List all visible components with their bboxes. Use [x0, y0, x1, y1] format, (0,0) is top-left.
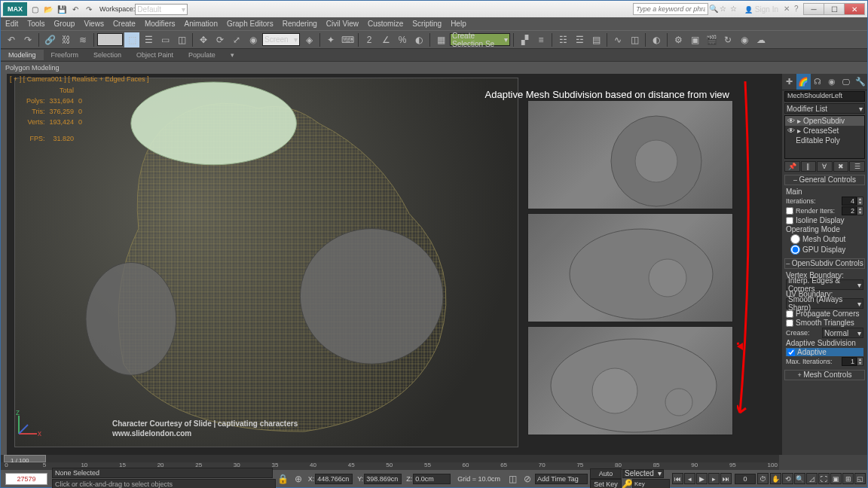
select-object-icon[interactable]: ⬚ — [124, 32, 139, 47]
star-icon[interactable]: ☆ — [730, 5, 739, 14]
y-coord[interactable]: 398.869cn — [364, 474, 402, 484]
tab-hierarchy-icon[interactable]: ☊ — [811, 74, 825, 90]
goto-start-icon[interactable]: ⏮ — [672, 473, 683, 484]
smooth-triangles-check[interactable] — [786, 319, 793, 327]
snap-angle-icon[interactable]: ∠ — [378, 32, 393, 47]
select-manipulate-icon[interactable]: ✦ — [323, 32, 338, 47]
autokey-button[interactable]: Auto Key — [590, 468, 622, 479]
schematic-view-icon[interactable]: ◫ — [627, 32, 642, 47]
gpu-display-radio[interactable] — [790, 245, 800, 255]
menu-customize[interactable]: Customize — [368, 20, 403, 28]
window-minimize[interactable]: ─ — [803, 3, 824, 15]
rotate-icon[interactable]: ⟳ — [212, 32, 228, 47]
axis-gizmo[interactable]: zx — [13, 410, 43, 440]
help-icon[interactable]: ? — [794, 5, 803, 14]
isolate-icon[interactable]: ◫ — [505, 471, 520, 486]
tab-utilities-icon[interactable]: 🔧 — [853, 74, 867, 90]
tab-display-icon[interactable]: 🖵 — [839, 74, 853, 90]
pivot-center-icon[interactable]: ◈ — [301, 32, 316, 47]
max-iterations-spinner[interactable]: 1▴▾ — [842, 357, 863, 366]
exchange-icon[interactable]: ✕ — [784, 5, 793, 14]
redo-icon[interactable]: ↷ — [20, 32, 35, 47]
infocenter-search[interactable] — [633, 3, 708, 15]
z-coord[interactable]: 0.0cm — [413, 474, 451, 484]
scene-explorer-collapsed[interactable] — [1, 74, 7, 455]
menu-views[interactable]: Views — [84, 20, 104, 28]
fov-icon[interactable]: ◿ — [806, 473, 818, 484]
time-tag-icon[interactable]: ⊘ — [520, 471, 535, 486]
zoom-icon[interactable]: 🔍 — [794, 473, 805, 484]
render-cloud-icon[interactable]: ☁ — [753, 32, 769, 47]
render-prod-icon[interactable]: 🎬 — [704, 32, 719, 47]
stack-opensubdiv[interactable]: 👁▸ OpenSubdiv — [785, 116, 864, 126]
key-filters-button[interactable]: Key Filters... — [632, 479, 670, 489]
link-icon[interactable]: 🔗 — [42, 32, 57, 47]
min-max-toggle-icon[interactable]: ◱ — [854, 473, 866, 484]
time-slider-thumb[interactable]: 1 / 100 — [4, 455, 46, 462]
current-frame-field[interactable]: 0 — [735, 474, 756, 484]
unlink-icon[interactable]: ⛓ — [59, 32, 74, 47]
mirror-icon[interactable]: ▞ — [517, 32, 532, 47]
render-iterative-icon[interactable]: ↻ — [720, 32, 735, 47]
tab-create-icon[interactable]: ✚ — [782, 74, 796, 90]
crease-select[interactable]: Normal▾ — [822, 328, 863, 338]
modifier-list[interactable]: Modifier List▾ — [784, 103, 865, 114]
qat-new-icon[interactable]: ▢ — [29, 3, 41, 15]
ribbon-tab-modeling[interactable]: Modeling — [1, 50, 44, 60]
maxscript-listener[interactable]: 27579 — [5, 473, 47, 485]
modifier-stack[interactable]: 👁▸ OpenSubdiv 👁▸ CreaseSet Editable Poly — [784, 115, 865, 159]
stack-creaseset[interactable]: 👁▸ CreaseSet — [785, 126, 864, 136]
menu-help[interactable]: Help — [451, 20, 466, 28]
key-filter-select[interactable]: Selected▾ — [622, 469, 664, 478]
key-icon[interactable]: 🔑 — [622, 480, 631, 488]
zoom-all-icon[interactable]: ⊞ — [842, 473, 854, 484]
pan-icon[interactable]: ✋ — [770, 473, 781, 484]
selection-lock-icon[interactable]: 🔒 — [276, 471, 291, 486]
mesh-output-radio[interactable] — [790, 234, 800, 244]
tab-motion-icon[interactable]: ◉ — [824, 74, 839, 90]
object-name-field[interactable]: MechShoulderLeft — [784, 91, 865, 102]
menu-modifiers[interactable]: Modifiers — [145, 20, 176, 28]
eye-icon[interactable]: 👁 — [787, 117, 795, 125]
rollout-general[interactable]: – General Controls — [784, 175, 865, 185]
ribbon-tab-objectpaint[interactable]: Object Paint — [129, 50, 181, 60]
zoom-extents-icon[interactable]: ⛶ — [818, 473, 830, 484]
iterations-spinner[interactable]: 4▴▾ — [842, 197, 863, 206]
play-icon[interactable]: ▶ — [696, 473, 708, 484]
qat-undo-icon[interactable]: ↶ — [69, 3, 81, 15]
ribbon-expand-icon[interactable]: ▾ — [223, 50, 242, 60]
menu-tools[interactable]: Tools — [27, 20, 44, 28]
spinner-snap-icon[interactable]: ◐ — [411, 32, 426, 47]
render-setup-icon[interactable]: ⚙ — [671, 32, 686, 47]
material-editor-icon[interactable]: ◐ — [649, 32, 664, 47]
menu-grapheditors[interactable]: Graph Editors — [227, 20, 274, 28]
menu-edit[interactable]: Edit — [5, 20, 18, 28]
show-end-result-icon[interactable]: ∥ — [801, 161, 817, 172]
menu-group[interactable]: Group — [54, 20, 75, 28]
star-icon[interactable]: ☆ — [720, 5, 729, 14]
selection-filter[interactable]: All▾ — [97, 33, 123, 46]
window-maximize[interactable]: ☐ — [824, 3, 845, 15]
qat-redo-icon[interactable]: ↷ — [83, 3, 95, 15]
ribbon-tab-freeform[interactable]: Freeform — [44, 50, 87, 60]
render-frame-icon[interactable]: ▣ — [687, 32, 702, 47]
bind-spacewarp-icon[interactable]: ≋ — [75, 32, 90, 47]
viewport-label[interactable]: [ + ] [ Camera001 ] [ Realistic + Edged … — [10, 75, 149, 83]
isoline-check[interactable] — [786, 217, 793, 224]
search-icon[interactable]: 🔍 — [709, 5, 718, 14]
scene-explorer-icon[interactable]: ▤ — [588, 32, 604, 47]
render-iters-spinner[interactable]: 2▴▾ — [842, 206, 863, 215]
goto-end-icon[interactable]: ⏭ — [720, 473, 732, 484]
arc-rotate-icon[interactable]: ⟲ — [782, 473, 793, 484]
layer-explorer-icon[interactable]: ☷ — [555, 32, 570, 47]
time-config-icon[interactable]: ⏱ — [757, 473, 769, 484]
align-icon[interactable]: ≡ — [533, 32, 549, 47]
viewport[interactable]: [ + ] [ Camera001 ] [ Realistic + Edged … — [7, 74, 782, 455]
menu-create[interactable]: Create — [113, 20, 136, 28]
tab-modify-icon[interactable]: 🌈 — [796, 74, 811, 90]
window-close[interactable]: ✕ — [844, 3, 865, 15]
ribbon-tab-selection[interactable]: Selection — [86, 50, 129, 60]
keyboard-shortcut-icon[interactable]: ⌨ — [340, 32, 355, 47]
select-region-icon[interactable]: ▭ — [157, 32, 173, 47]
add-time-tag[interactable]: Add Time Tag — [535, 474, 588, 484]
